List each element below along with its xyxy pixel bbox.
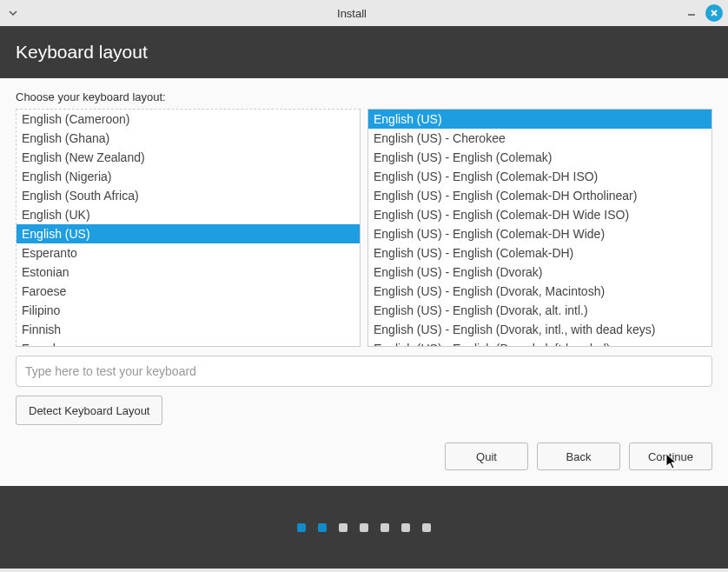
list-item[interactable]: English (South Africa) [17,186,360,205]
list-item[interactable]: Faroese [17,282,360,301]
list-item[interactable]: English (US) - English (Dvorak, intl., w… [368,320,711,339]
list-item[interactable]: English (US) [368,110,711,129]
close-button[interactable] [705,4,723,22]
quit-button[interactable]: Quit [445,442,528,470]
step-dot [297,523,306,532]
list-item[interactable]: English (US) - Cherokee [368,129,711,148]
list-item[interactable]: English (US) - English (Colemak-DH Wide … [368,205,711,224]
step-dot [422,523,431,532]
back-button[interactable]: Back [537,442,620,470]
menu-chevron-icon[interactable] [5,5,21,21]
list-item[interactable]: Filipino [17,301,360,320]
language-listbox[interactable]: English (Cameroon)English (Ghana)English… [16,109,361,347]
step-dot [318,523,327,532]
list-item[interactable]: English (US) - English (Colemak) [368,148,711,167]
list-item[interactable]: English (US) - English (Dvorak) [368,263,711,282]
content-area: Choose your keyboard layout: English (Ca… [0,78,728,432]
variant-listbox[interactable]: English (US)English (US) - CherokeeEngli… [367,109,712,347]
list-item[interactable]: English (New Zealand) [17,148,360,167]
minimize-button[interactable] [683,4,700,22]
step-dot [339,523,347,532]
step-indicator [0,486,728,569]
list-item[interactable]: English (US) - English (Dvorak, alt. int… [368,301,711,320]
list-item[interactable]: English (US) - English (Colemak-DH) [368,243,711,263]
page-title: Keyboard layout [16,42,148,63]
list-item[interactable]: Estonian [17,263,360,282]
list-item[interactable]: English (Cameroon) [17,110,360,129]
window-titlebar: Install [0,0,728,26]
list-item[interactable]: French [17,339,360,347]
list-item[interactable]: English (Ghana) [17,129,360,148]
continue-button[interactable]: Continue [629,442,712,470]
list-item[interactable]: English (US) - English (Colemak-DH ISO) [368,167,711,186]
keyboard-test-input[interactable] [16,356,712,387]
list-item[interactable]: English (US) [17,224,360,243]
list-item[interactable]: English (UK) [17,205,360,224]
list-item[interactable]: English (Nigeria) [17,167,360,186]
page-header: Keyboard layout [0,26,728,78]
step-dot [401,523,410,532]
list-item[interactable]: English (US) - English (Colemak-DH Wide) [368,224,711,243]
step-dot [360,523,368,532]
layout-lists: English (Cameroon)English (Ghana)English… [16,109,712,347]
list-item[interactable]: Esperanto [17,243,360,263]
list-item[interactable]: English (US) - English (Colemak-DH Ortho… [368,186,711,205]
detect-layout-button[interactable]: Detect Keyboard Layout [16,396,162,425]
prompt-label: Choose your keyboard layout: [16,90,712,103]
step-dot [381,523,389,532]
list-item[interactable]: English (US) - English (Dvorak, Macintos… [368,282,711,301]
window-title: Install [26,7,678,20]
list-item[interactable]: Finnish [17,320,360,339]
list-item[interactable]: English (US) - English (Dvorak, left-han… [368,339,711,347]
nav-buttons: Quit Back Continue [0,432,728,486]
